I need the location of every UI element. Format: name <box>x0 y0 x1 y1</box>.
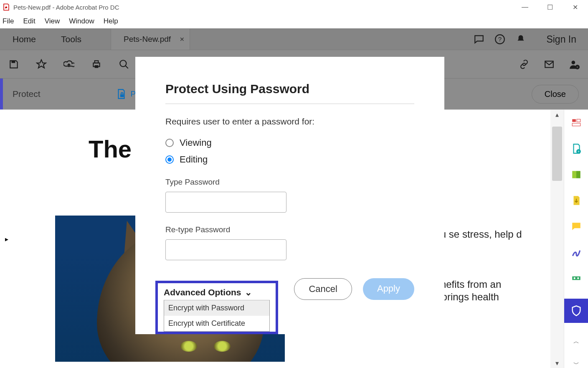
svg-rect-20 <box>572 277 580 280</box>
dialog-title: Protect Using Password <box>165 82 414 104</box>
scroll-thumb[interactable] <box>552 127 562 181</box>
scroll-up-icon[interactable]: ▴ <box>550 111 564 119</box>
menu-file[interactable]: File <box>3 17 14 25</box>
svg-rect-12 <box>120 94 124 97</box>
radio-editing[interactable] <box>165 155 174 164</box>
radio-editing-row[interactable]: Editing <box>165 154 414 165</box>
menu-encrypt-password[interactable]: Encrypt with Password <box>164 300 269 316</box>
svg-rect-15 <box>572 123 580 126</box>
menu-help[interactable]: Help <box>104 17 118 25</box>
lock-document-icon <box>116 89 127 99</box>
redact-tool-icon[interactable] <box>571 273 582 284</box>
menu-edit[interactable]: Edit <box>23 17 35 25</box>
menu-bar: File Edit View Window Help <box>0 14 588 28</box>
rail-down-icon[interactable]: ﹀ <box>573 360 579 368</box>
radio-viewing-label: Viewing <box>180 137 212 148</box>
advanced-options-button[interactable]: Advanced Options ⌄ <box>164 287 270 300</box>
left-panel-toggle[interactable]: ▸ <box>0 110 13 368</box>
radio-editing-label: Editing <box>180 154 208 165</box>
window-maximize-button[interactable]: ☐ <box>544 1 556 13</box>
advanced-options-menu: Encrypt with Password Encrypt with Certi… <box>164 300 270 332</box>
apply-button[interactable]: Apply <box>363 278 414 300</box>
menu-encrypt-certificate[interactable]: Encrypt with Certificate <box>164 316 269 331</box>
scroll-down-icon[interactable]: ▾ <box>550 359 564 367</box>
advanced-options-highlight: Advanced Options ⌄ Encrypt with Password… <box>155 281 278 334</box>
svg-text:+: + <box>577 150 579 154</box>
right-tools-rail: + ︿ ﹀ <box>564 110 588 368</box>
radio-viewing-row[interactable]: Viewing <box>165 137 414 148</box>
protect-tool-icon[interactable] <box>564 299 588 323</box>
vertical-scrollbar[interactable]: ▴ ▾ <box>550 110 564 368</box>
svg-rect-13 <box>572 119 576 122</box>
radio-viewing[interactable] <box>165 139 174 147</box>
panel-layout-icon[interactable] <box>571 117 582 128</box>
window-title: Pets-New.pdf - Adobe Acrobat Pro DC <box>13 4 119 11</box>
chevron-down-icon: ⌄ <box>245 287 252 297</box>
window-minimize-button[interactable]: — <box>519 1 531 13</box>
create-pdf-icon[interactable]: + <box>571 143 582 154</box>
rail-up-icon[interactable]: ︿ <box>573 338 579 345</box>
type-password-input[interactable] <box>165 192 286 213</box>
window-titlebar: Pets-New.pdf - Adobe Acrobat Pro DC — ☐ … <box>0 0 588 14</box>
svg-rect-18 <box>572 171 576 178</box>
acrobat-app-icon <box>3 3 10 11</box>
protect-label: Protect <box>13 89 41 99</box>
svg-point-22 <box>577 277 579 279</box>
svg-point-21 <box>573 277 575 279</box>
combine-files-icon[interactable] <box>571 169 582 180</box>
export-pdf-icon[interactable] <box>571 195 582 206</box>
menu-window[interactable]: Window <box>69 17 94 25</box>
retype-password-label: Re-type Password <box>165 225 414 234</box>
cancel-button[interactable]: Cancel <box>294 278 352 300</box>
dialog-requires-label: Requires user to enter a password for: <box>165 117 414 127</box>
protect-password-dialog: Protect Using Password Requires user to … <box>135 57 444 334</box>
protect-close-button[interactable]: Close <box>532 85 579 104</box>
svg-rect-14 <box>577 119 580 122</box>
menu-view[interactable]: View <box>45 17 60 25</box>
sign-tool-icon[interactable] <box>571 247 582 258</box>
comment-tool-icon[interactable] <box>571 221 582 232</box>
type-password-label: Type Password <box>165 178 414 187</box>
advanced-options-label: Advanced Options <box>164 287 241 297</box>
window-close-button[interactable]: ✕ <box>569 1 581 13</box>
retype-password-input[interactable] <box>165 239 286 260</box>
svg-rect-19 <box>576 171 580 178</box>
